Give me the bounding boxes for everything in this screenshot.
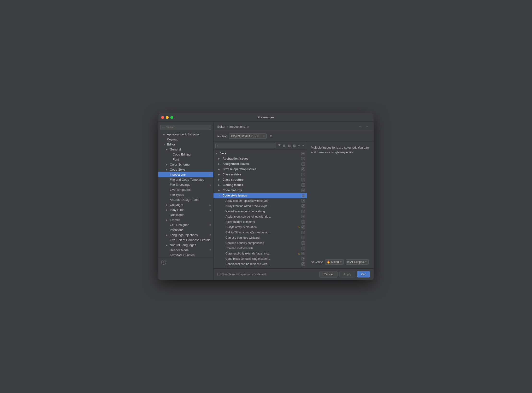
- sidebar-search-input[interactable]: [160, 125, 211, 130]
- inspection-item-cloning[interactable]: ▶ Cloning issues —: [213, 182, 307, 188]
- sidebar-item-emmet[interactable]: ▶ Emmet: [158, 217, 213, 222]
- expand-all-icon[interactable]: ⊞: [282, 143, 286, 148]
- inspection-item-block-marker[interactable]: ▶ Block marker comment: [213, 219, 307, 225]
- sidebar-item-color-scheme[interactable]: ▶ Color Scheme: [158, 162, 213, 167]
- sidebar-item-intentions[interactable]: ▶ Intentions: [158, 227, 213, 232]
- inspection-checkbox[interactable]: ✓: [301, 204, 305, 208]
- inspection-checkbox[interactable]: ✓: [301, 262, 305, 266]
- inspection-item-code-block-single[interactable]: ▶ Code block contains single stater... ✓: [213, 256, 307, 261]
- sidebar-item-file-encodings[interactable]: ▶ File Encodings ⊟: [158, 182, 213, 187]
- inspection-checkbox[interactable]: —: [301, 162, 305, 166]
- chevron-right-icon: ▶: [218, 157, 221, 160]
- filter-icon[interactable]: ⧩: [277, 143, 281, 148]
- inspection-item-class-structure[interactable]: ▶ Class structure —: [213, 177, 307, 182]
- sidebar-item-inspections[interactable]: ▶ Inspections ⊟: [158, 172, 213, 177]
- sidebar-item-duplicates[interactable]: ▶ Duplicates: [158, 212, 213, 217]
- inspection-checkbox[interactable]: —: [301, 194, 305, 197]
- inspection-checkbox[interactable]: [301, 236, 305, 239]
- inspection-checkbox[interactable]: ✓: [301, 252, 305, 255]
- panel-header: Editor › Inspections ⊟ ← →: [213, 122, 374, 131]
- inspection-checkbox[interactable]: ✓: [301, 225, 305, 229]
- sidebar-item-reader-mode[interactable]: ▶ Reader Mode ⊟: [158, 248, 213, 253]
- inspection-checkbox[interactable]: [301, 231, 305, 234]
- sidebar-item-natural-languages[interactable]: ▶ Natural Languages: [158, 243, 213, 248]
- disable-checkbox[interactable]: [217, 273, 220, 276]
- sidebar-item-live-edit[interactable]: ▶ Live Edit of Compose Literals: [158, 237, 213, 243]
- sidebar-item-code-editing[interactable]: ▶ Code Editing: [158, 152, 213, 157]
- cancel-button[interactable]: Cancel: [319, 271, 337, 277]
- sidebar-item-editor[interactable]: ▼ Editor: [158, 142, 213, 147]
- add-icon[interactable]: +: [297, 143, 301, 148]
- inspection-item-class-extends[interactable]: ▶ Class explicitly extends 'java.lang...…: [213, 251, 307, 256]
- inspection-item-conditional-replace[interactable]: ▶ Conditional can be replaced with... ✓: [213, 261, 307, 267]
- sidebar-item-general[interactable]: ▶ General: [158, 147, 213, 152]
- inspection-group-java[interactable]: ▼ Java —: [213, 151, 307, 156]
- inspection-checkbox[interactable]: ✓: [301, 257, 305, 260]
- inspection-item-assignment-join[interactable]: ▶ Assignment can be joined with de... ✓: [213, 214, 307, 219]
- inspection-checkbox[interactable]: ✓: [301, 168, 305, 171]
- sidebar-item-copyright[interactable]: ▶ Copyright ⊟: [158, 202, 213, 207]
- sidebar-item-label: Code Style: [170, 168, 185, 171]
- inspection-item-array-enum[interactable]: ▶ Array can be replaced with enum ✓: [213, 198, 307, 203]
- scope-dropdown[interactable]: In All Scopes ▼: [346, 259, 369, 265]
- sidebar-item-textmate[interactable]: ▶ TextMate Bundles: [158, 253, 213, 258]
- inspection-checkbox[interactable]: —: [301, 157, 305, 160]
- inspection-item-chained-method[interactable]: ▶ Chained method calls: [213, 246, 307, 251]
- gear-icon[interactable]: ⚙: [269, 134, 274, 139]
- inspection-item-bounded-wildcard[interactable]: ▶ Can use bounded wildcard: [213, 235, 307, 240]
- forward-arrow-icon[interactable]: →: [365, 124, 370, 129]
- inspection-item-abstraction[interactable]: ▶ Abstraction issues —: [213, 156, 307, 161]
- sidebar-item-code-style[interactable]: ▶ Code Style: [158, 167, 213, 172]
- sidebar-item-inlay-hints[interactable]: ▶ Inlay Hints ⊟: [158, 207, 213, 212]
- inspection-checkbox[interactable]: ✓: [301, 199, 305, 202]
- remove-icon[interactable]: −: [301, 143, 305, 148]
- help-button[interactable]: ?: [161, 260, 166, 265]
- toggle-icon[interactable]: ⊟: [292, 143, 296, 148]
- inspection-search-input[interactable]: [215, 143, 276, 148]
- sidebar-item-language-injections[interactable]: ▶ Language Injections ⊟: [158, 232, 213, 237]
- sidebar-item-file-code-templates[interactable]: ▶ File and Code Templates: [158, 177, 213, 182]
- sidebar-item-android-design[interactable]: ▶ Android Design Tools: [158, 197, 213, 202]
- inspection-checkbox[interactable]: [301, 210, 305, 213]
- profile-scope: Project: [251, 135, 259, 138]
- back-arrow-icon[interactable]: ←: [358, 124, 363, 129]
- sidebar-item-gui-designer[interactable]: ▶ GUI Designer ⊟: [158, 222, 213, 227]
- inspection-checkbox[interactable]: —: [301, 189, 305, 192]
- sidebar-item-appearance[interactable]: ▶ Appearance & Behavior: [158, 132, 213, 137]
- collapse-all-icon[interactable]: ⊟: [287, 143, 291, 148]
- inspection-checkbox[interactable]: —: [301, 178, 305, 181]
- severity-dropdown[interactable]: 🔥 Mixed ▼: [325, 259, 344, 265]
- inspection-item-assignment[interactable]: ▶ Assignment issues —: [213, 161, 307, 167]
- inspection-item-code-maturity[interactable]: ▶ Code maturity —: [213, 188, 307, 193]
- inspection-item-c-style-array[interactable]: ▶ C-style array declaration ⚠ ✓: [213, 225, 307, 230]
- sidebar-item-keymap[interactable]: ▶ Keymap: [158, 137, 213, 142]
- inspection-item-class-metrics[interactable]: ▶ Class metrics: [213, 172, 307, 177]
- inspection-item-bitwise[interactable]: ▶ Bitwise operation issues ✓: [213, 167, 307, 172]
- inspection-checkbox[interactable]: [301, 247, 305, 250]
- apply-button[interactable]: Apply: [339, 271, 355, 277]
- inspection-checkbox[interactable]: [301, 241, 305, 245]
- inspection-item-chained-equality[interactable]: ▶ Chained equality comparisons: [213, 240, 307, 246]
- inspection-group-checkbox[interactable]: —: [301, 152, 305, 155]
- inspection-item-label: Conditional can be replaced with...: [225, 262, 300, 266]
- sidebar-item-font[interactable]: ▶ Font: [158, 157, 213, 162]
- sidebar-item-file-types[interactable]: ▶ File Types: [158, 192, 213, 197]
- inspection-item-label: Abstraction issues: [223, 157, 300, 160]
- inspection-checkbox[interactable]: —: [301, 183, 305, 187]
- inspection-checkbox[interactable]: [301, 220, 305, 224]
- inspection-item-confusing-octal[interactable]: ▶ Confusing octal escape sequence...: [213, 267, 307, 268]
- inspection-search-wrap: ⌕: [215, 143, 276, 148]
- sidebar-item-label: File Encodings: [170, 183, 190, 186]
- inspection-item-array-new[interactable]: ▶ Array creation without 'new' expr... ✓: [213, 203, 307, 209]
- inspection-item-assert-string[interactable]: ▶ 'assert' message is not a string: [213, 209, 307, 214]
- sidebar-item-live-templates[interactable]: ▶ Live Templates: [158, 187, 213, 192]
- maximize-button[interactable]: [170, 116, 173, 119]
- profile-dropdown[interactable]: Project Default Project ▼: [229, 133, 267, 139]
- ok-button[interactable]: OK: [357, 271, 370, 277]
- inspection-checkbox[interactable]: [301, 173, 305, 176]
- inspection-item-string-concat[interactable]: ▶ Call to 'String.concat()' can be re...: [213, 230, 307, 235]
- inspection-checkbox[interactable]: ✓: [301, 215, 305, 218]
- minimize-button[interactable]: [166, 116, 169, 119]
- close-button[interactable]: [161, 116, 164, 119]
- inspection-item-code-style[interactable]: ▼ Code style issues —: [213, 193, 307, 198]
